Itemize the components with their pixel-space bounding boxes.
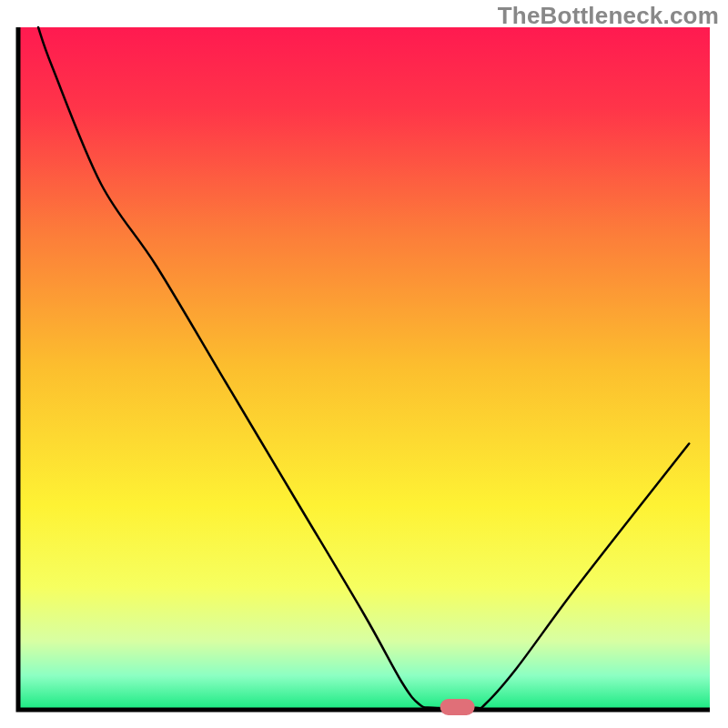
chart-background-gradient bbox=[18, 27, 710, 710]
optimal-point-marker bbox=[440, 699, 475, 715]
bottleneck-chart bbox=[0, 0, 728, 728]
chart-frame: TheBottleneck.com bbox=[0, 0, 728, 728]
